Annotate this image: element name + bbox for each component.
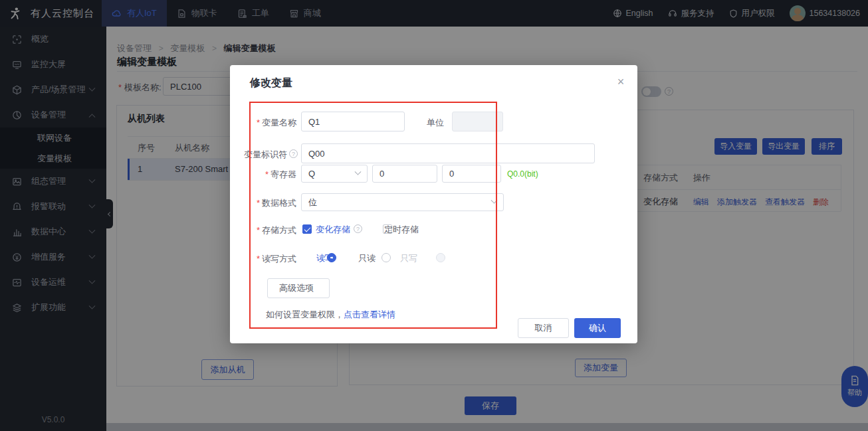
chevron-down-icon: [491, 197, 498, 204]
change-storage-checkbox[interactable]: [302, 224, 312, 234]
rw-mode-label: *读写方式: [230, 253, 296, 265]
register-type-select[interactable]: Q: [301, 165, 368, 183]
advanced-options-button[interactable]: 高级选项: [267, 278, 330, 298]
modal-title: 修改变量: [250, 76, 292, 90]
write-only-option-label: 只写: [400, 252, 417, 264]
variable-name-field: [301, 112, 405, 131]
write-only-radio: [436, 253, 445, 262]
variable-identifier-field: [301, 143, 595, 163]
register-address-input[interactable]: [372, 165, 437, 183]
change-storage-option-label[interactable]: 变化存储: [316, 224, 350, 236]
variable-identifier-label: 变量标识符: [221, 149, 287, 161]
required-asterisk: *: [257, 118, 260, 128]
confirm-button[interactable]: 确认: [574, 318, 621, 338]
storage-mode-label: *存储方式: [230, 224, 296, 236]
variable-name-input[interactable]: [301, 112, 405, 131]
question-circle-icon[interactable]: ?: [289, 149, 298, 158]
cancel-button[interactable]: 取消: [518, 318, 569, 338]
read-write-option-label[interactable]: 读写: [316, 252, 334, 264]
unit-input: [452, 112, 503, 131]
register-hint: Q0.0(bit): [507, 169, 538, 179]
unit-field: [452, 112, 503, 131]
unit-label: 单位: [427, 117, 444, 129]
register-label: *寄存器: [230, 169, 296, 181]
variable-name-label: *变量名称: [230, 117, 296, 129]
variable-identifier-input[interactable]: [301, 143, 595, 163]
register-bit-field: [442, 165, 501, 183]
edit-variable-modal: 修改变量 × *变量名称 单位 变量标识符 ? *寄存器 Q Q0.0(bit)…: [230, 65, 637, 343]
screen: 有人云控制台 有人IoT 物联卡 工单: [0, 0, 868, 431]
data-format-select[interactable]: 位: [301, 193, 504, 211]
data-format-label: *数据格式: [230, 197, 296, 209]
register-bit-input[interactable]: [442, 165, 501, 183]
read-only-radio[interactable]: [381, 253, 391, 262]
question-circle-icon[interactable]: ?: [354, 224, 362, 233]
close-icon[interactable]: ×: [613, 74, 628, 89]
read-only-option-label[interactable]: 只读: [358, 252, 376, 264]
chevron-down-icon: [355, 169, 362, 175]
register-address-field: [372, 165, 437, 183]
timed-storage-option-label[interactable]: 定时存储: [384, 224, 419, 236]
permission-help-text: 如何设置变量权限，点击查看详情: [266, 309, 395, 321]
permission-detail-link[interactable]: 点击查看详情: [344, 309, 395, 319]
